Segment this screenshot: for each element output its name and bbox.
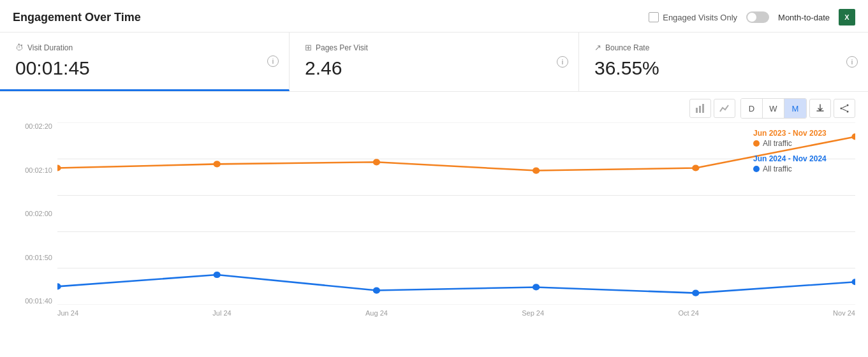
y-label-3: 00:02:00: [25, 210, 52, 217]
chart-svg: [57, 122, 855, 305]
chart-main: Jun 24 Jul 24 Aug 24 Sep 24 Oct 24 Nov 2…: [57, 122, 855, 320]
month-to-date-label: Month-to-date: [778, 13, 830, 22]
chart-section: D W M 00:02:20: [0, 92, 868, 320]
page-title: Engagement Over Time: [13, 11, 141, 24]
svg-point-25: [851, 279, 855, 285]
chart-y-axis: 00:02:20 00:02:10 00:02:00 00:01:50 00:0…: [13, 122, 57, 320]
x-label-sep: Sep 24: [522, 309, 544, 317]
day-button[interactable]: D: [741, 99, 763, 118]
svg-point-16: [373, 159, 380, 165]
engaged-visits-label: Engaged Visits Only: [663, 13, 737, 22]
visit-duration-label: ⏱ Visit Duration: [15, 43, 274, 52]
svg-point-15: [214, 161, 221, 167]
svg-point-20: [57, 283, 61, 289]
metric-bounce-rate[interactable]: ↗ Bounce Rate 36.55% i: [579, 33, 868, 91]
x-label-jul: Jul 24: [212, 309, 231, 317]
share-button[interactable]: [834, 99, 855, 118]
y-label-2: 00:02:10: [25, 166, 52, 174]
clock-icon: ⏱: [15, 43, 24, 52]
download-button[interactable]: [809, 99, 831, 118]
y-label-4: 00:01:50: [25, 254, 52, 261]
x-label-nov: Nov 24: [833, 309, 855, 317]
svg-point-14: [57, 164, 61, 171]
engaged-visits-control[interactable]: Engaged Visits Only: [649, 12, 737, 22]
svg-line-6: [842, 106, 847, 108]
chart-toolbar: D W M: [13, 98, 855, 119]
legend-dot-orange: [753, 140, 760, 147]
svg-rect-2: [702, 104, 704, 113]
x-label-jun: Jun 24: [57, 309, 78, 317]
pages-per-visit-info[interactable]: i: [557, 56, 568, 68]
y-label-5: 00:01:40: [25, 297, 52, 305]
metric-pages-per-visit[interactable]: ⊞ Pages Per Visit 2.46 i: [290, 33, 579, 91]
bounce-rate-info[interactable]: i: [846, 56, 858, 68]
chart-area: 00:02:20 00:02:10 00:02:00 00:01:50 00:0…: [13, 122, 855, 320]
visit-duration-value: 00:01:45: [15, 57, 274, 79]
bounce-rate-value: 36.55%: [594, 57, 853, 79]
svg-line-7: [842, 109, 847, 111]
x-label-aug: Aug 24: [365, 309, 388, 317]
svg-point-21: [214, 272, 221, 278]
line-chart-button[interactable]: [714, 99, 735, 118]
y-label-1: 00:02:20: [25, 122, 52, 130]
bar-chart-button[interactable]: [689, 99, 711, 118]
excel-export-button[interactable]: X: [839, 9, 855, 26]
svg-point-23: [533, 284, 540, 290]
bounce-rate-label: ↗ Bounce Rate: [594, 43, 853, 52]
header-controls: Engaged Visits Only Month-to-date X: [649, 9, 855, 26]
chart-x-axis: Jun 24 Jul 24 Aug 24 Sep 24 Oct 24 Nov 2…: [57, 307, 855, 317]
month-button[interactable]: M: [784, 99, 806, 118]
dashboard-header: Engagement Over Time Engaged Visits Only…: [0, 0, 868, 33]
svg-point-3: [847, 105, 849, 106]
metric-visit-duration[interactable]: ⏱ Visit Duration 00:01:45 i: [0, 33, 290, 91]
time-period-buttons: D W M: [740, 98, 807, 119]
pages-icon: ⊞: [305, 43, 312, 52]
legend-period1: Jun 2023 - Nov 2023: [753, 129, 855, 138]
legend-dot-blue: [753, 166, 760, 172]
pages-per-visit-value: 2.46: [305, 57, 563, 79]
visit-duration-info[interactable]: i: [267, 55, 279, 67]
legend-traffic1: All traffic: [753, 139, 855, 148]
svg-point-5: [841, 108, 842, 110]
legend-period2: Jun 2024 - Nov 2024: [753, 154, 855, 163]
toggle-switch[interactable]: [746, 11, 769, 23]
pages-per-visit-label: ⊞ Pages Per Visit: [305, 43, 563, 52]
svg-rect-1: [699, 106, 701, 113]
svg-rect-0: [696, 108, 698, 113]
trend-icon: ↗: [594, 43, 601, 52]
chart-legend: Jun 2023 - Nov 2023 All traffic Jun 2024…: [753, 129, 855, 180]
metrics-row: ⏱ Visit Duration 00:01:45 i ⊞ Pages Per …: [0, 33, 868, 92]
engaged-visits-checkbox[interactable]: [649, 12, 659, 22]
svg-point-24: [692, 290, 699, 296]
engagement-dashboard: Engagement Over Time Engaged Visits Only…: [0, 0, 868, 357]
svg-point-22: [373, 287, 380, 293]
svg-point-17: [533, 167, 540, 173]
x-label-oct: Oct 24: [678, 309, 698, 317]
week-button[interactable]: W: [763, 99, 784, 118]
legend-traffic2: All traffic: [753, 164, 855, 173]
svg-point-4: [847, 111, 849, 113]
svg-point-18: [692, 164, 699, 171]
